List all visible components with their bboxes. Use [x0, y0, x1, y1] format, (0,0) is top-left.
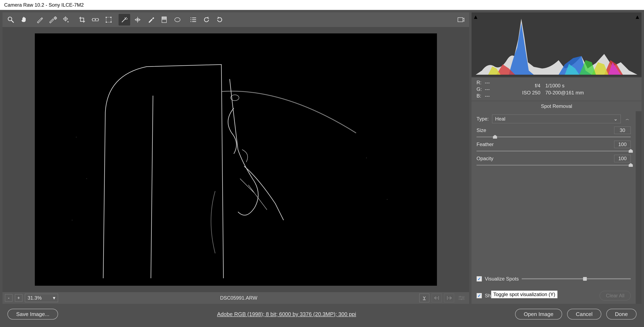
spot-removal-tool[interactable] — [118, 14, 130, 26]
chevron-down-icon: ▾ — [53, 295, 55, 301]
svg-point-37 — [86, 178, 87, 179]
highlight-clip-icon[interactable]: ▲ — [634, 14, 640, 20]
feather-slider[interactable] — [476, 151, 631, 151]
opacity-slider-group: Opacity 100 — [476, 155, 631, 166]
chevron-down-icon: ⌄ — [614, 116, 618, 122]
next-image-button[interactable] — [444, 293, 454, 302]
g-value: --- — [485, 86, 497, 92]
target-adjust-tool[interactable] — [60, 14, 72, 26]
fullscreen-toggle[interactable] — [455, 14, 466, 26]
white-balance-tool[interactable] — [34, 14, 46, 26]
size-label: Size — [476, 127, 486, 133]
r-value: --- — [485, 80, 497, 86]
window-title: Camera Raw 10.2 - Sony ILCE-7M2 — [4, 2, 84, 8]
zoom-value: 31.3% — [28, 295, 42, 301]
shutter-value: 1/1000 s — [545, 83, 584, 89]
visualize-shortcut-button[interactable]: Y — [419, 293, 429, 302]
svg-rect-33 — [458, 18, 463, 22]
histogram[interactable]: ▲ ▲ — [472, 13, 642, 77]
filename-label: DSC05991.ARW — [60, 295, 417, 301]
type-value: Heal — [495, 116, 505, 122]
done-button[interactable]: Done — [606, 309, 636, 319]
footer: Save Image... Adobe RGB (1998); 8 bit; 6… — [2, 304, 642, 324]
svg-rect-12 — [106, 17, 111, 22]
svg-point-40 — [366, 157, 367, 158]
zoom-select[interactable]: 31.3% ▾ — [25, 294, 58, 302]
svg-rect-15 — [106, 22, 107, 23]
svg-rect-25 — [162, 17, 166, 20]
workflow-options-link[interactable]: Adobe RGB (1998); 8 bit; 6000 by 3376 (2… — [217, 311, 356, 317]
opacity-input[interactable]: 100 — [614, 155, 631, 162]
svg-line-1 — [12, 20, 14, 23]
settings-sliders-button[interactable] — [456, 293, 466, 302]
presets-tool[interactable] — [188, 14, 199, 26]
cancel-button[interactable]: Cancel — [567, 309, 601, 319]
visualize-threshold-slider[interactable] — [522, 278, 631, 279]
svg-point-36 — [76, 137, 77, 138]
svg-point-39 — [387, 199, 388, 200]
title-bar: Camera Raw 10.2 - Sony ILCE-7M2 — [0, 0, 644, 10]
feather-input[interactable]: 100 — [614, 141, 631, 148]
b-label: B: — [476, 93, 485, 99]
transform-tool[interactable] — [103, 14, 114, 26]
svg-point-42 — [460, 296, 461, 297]
svg-rect-34 — [35, 34, 437, 286]
clear-all-button[interactable]: Clear All — [600, 291, 631, 300]
r-label: R: — [476, 80, 485, 86]
size-input[interactable]: 30 — [614, 127, 631, 134]
svg-point-27 — [190, 18, 191, 18]
shadow-clip-icon[interactable]: ▲ — [473, 14, 478, 20]
size-slider[interactable] — [476, 137, 631, 137]
tooltip: Toggle spot visualization (Y) — [491, 290, 558, 298]
toolbar — [2, 13, 469, 27]
svg-point-18 — [127, 19, 128, 19]
rotate-cw-tool[interactable] — [214, 14, 226, 26]
svg-point-26 — [175, 18, 180, 22]
prev-image-button[interactable] — [432, 293, 442, 302]
visualize-spots-checkbox[interactable]: ✓ — [476, 276, 482, 281]
svg-point-31 — [190, 21, 191, 22]
color-sampler-tool[interactable] — [47, 14, 59, 26]
iso-value: ISO 250 — [522, 90, 540, 96]
left-pane: - + 31.3% ▾ DSC05991.ARW Y — [2, 13, 469, 304]
show-overlay-checkbox[interactable]: ✓ — [476, 293, 482, 298]
visualize-spots-label: Visualize Spots — [485, 276, 519, 282]
zoom-out-button[interactable]: - — [5, 294, 12, 302]
straighten-tool[interactable] — [90, 14, 101, 26]
svg-point-46 — [461, 299, 462, 300]
image-preview[interactable] — [35, 34, 437, 286]
red-eye-tool[interactable] — [132, 14, 144, 26]
right-pane: ▲ ▲ — [472, 13, 642, 304]
save-image-button[interactable]: Save Image... — [8, 309, 58, 319]
svg-point-38 — [72, 220, 72, 221]
open-image-button[interactable]: Open Image — [515, 309, 562, 319]
svg-rect-14 — [110, 17, 112, 18]
plus-icon: + — [18, 295, 20, 301]
crop-tool[interactable] — [76, 14, 88, 26]
info-readout: R:--- G:--- B:--- f/4 1/1000 s ISO 250 7… — [472, 78, 642, 101]
type-label: Type: — [476, 116, 489, 122]
svg-point-0 — [8, 17, 12, 21]
svg-point-29 — [190, 19, 191, 20]
hand-tool[interactable] — [18, 14, 30, 26]
svg-point-17 — [126, 17, 127, 18]
adjustment-brush-tool[interactable] — [145, 14, 157, 26]
main-shell: - + 31.3% ▾ DSC05991.ARW Y ▲ ▲ — [0, 10, 644, 327]
panel-title: Spot Removal — [472, 101, 642, 111]
opacity-slider[interactable] — [476, 165, 631, 166]
svg-point-44 — [462, 297, 464, 298]
status-bar: - + 31.3% ▾ DSC05991.ARW Y — [2, 292, 469, 304]
zoom-in-button[interactable]: + — [15, 294, 22, 302]
collapse-panel-button[interactable]: ︿ — [624, 115, 631, 123]
canvas-area — [2, 27, 469, 292]
aperture-value: f/4 — [522, 83, 540, 89]
radial-filter-tool[interactable] — [172, 14, 183, 26]
svg-rect-16 — [110, 22, 112, 23]
graduated-filter-tool[interactable] — [158, 14, 170, 26]
type-dropdown[interactable]: Heal ⌄ — [492, 115, 621, 123]
opacity-label: Opacity — [476, 156, 493, 161]
zoom-tool[interactable] — [5, 14, 16, 26]
feather-slider-group: Feather 100 — [476, 141, 631, 151]
rotate-ccw-tool[interactable] — [201, 14, 212, 26]
size-slider-group: Size 30 — [476, 127, 631, 137]
